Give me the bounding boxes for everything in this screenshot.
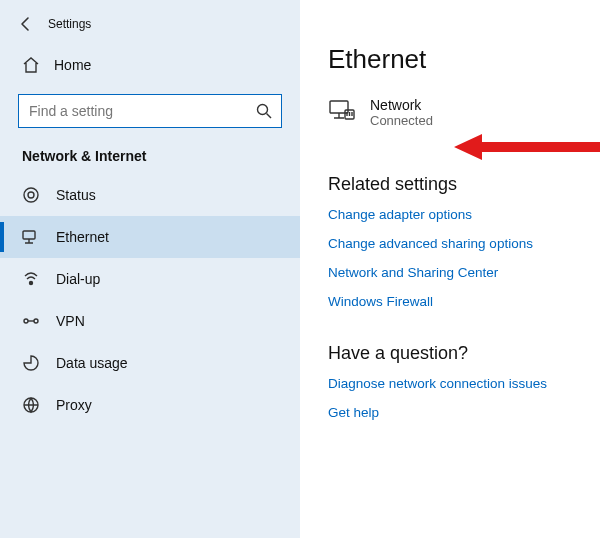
search-input[interactable] bbox=[29, 103, 255, 119]
svg-point-1 bbox=[24, 188, 38, 202]
home-icon bbox=[22, 56, 40, 74]
related-links: Change adapter options Change advanced s… bbox=[328, 207, 572, 309]
network-text: Network Connected bbox=[370, 97, 433, 128]
network-card[interactable]: Network Connected bbox=[328, 97, 572, 128]
nav-list: Status Ethernet Dial-up VPN bbox=[0, 174, 300, 426]
search-icon bbox=[255, 102, 273, 120]
link-adapter-options[interactable]: Change adapter options bbox=[328, 207, 572, 222]
link-advanced-sharing[interactable]: Change advanced sharing options bbox=[328, 236, 572, 251]
nav-item-status[interactable]: Status bbox=[0, 174, 300, 216]
proxy-icon bbox=[22, 396, 40, 414]
link-sharing-center[interactable]: Network and Sharing Center bbox=[328, 265, 572, 280]
network-status: Connected bbox=[370, 113, 433, 128]
page-title: Ethernet bbox=[328, 44, 572, 75]
nav-label: Data usage bbox=[56, 355, 128, 371]
nav-label: VPN bbox=[56, 313, 85, 329]
question-header: Have a question? bbox=[328, 343, 572, 364]
section-header: Network & Internet bbox=[0, 142, 300, 174]
main-pane: Ethernet Network Connected Related setti… bbox=[300, 0, 600, 538]
network-monitor-icon bbox=[328, 97, 356, 125]
svg-point-0 bbox=[258, 105, 268, 115]
nav-item-dialup[interactable]: Dial-up bbox=[0, 258, 300, 300]
svg-point-6 bbox=[34, 319, 38, 323]
window-title: Settings bbox=[48, 17, 91, 31]
settings-window: Settings Home Network & Internet Stat bbox=[0, 0, 600, 538]
nav-label: Ethernet bbox=[56, 229, 109, 245]
sidebar: Settings Home Network & Internet Stat bbox=[0, 0, 300, 538]
svg-point-5 bbox=[24, 319, 28, 323]
dialup-icon bbox=[22, 270, 40, 288]
link-get-help[interactable]: Get help bbox=[328, 405, 572, 420]
back-icon[interactable] bbox=[18, 16, 34, 32]
nav-label: Dial-up bbox=[56, 271, 100, 287]
svg-rect-3 bbox=[23, 231, 35, 239]
status-icon bbox=[22, 186, 40, 204]
home-label: Home bbox=[54, 57, 91, 73]
nav-item-vpn[interactable]: VPN bbox=[0, 300, 300, 342]
link-firewall[interactable]: Windows Firewall bbox=[328, 294, 572, 309]
related-header: Related settings bbox=[328, 174, 572, 195]
nav-label: Status bbox=[56, 187, 96, 203]
network-name: Network bbox=[370, 97, 433, 113]
titlebar: Settings bbox=[0, 12, 300, 46]
nav-label: Proxy bbox=[56, 397, 92, 413]
nav-item-proxy[interactable]: Proxy bbox=[0, 384, 300, 426]
search-container bbox=[0, 84, 300, 142]
link-diagnose[interactable]: Diagnose network connection issues bbox=[328, 376, 572, 391]
ethernet-icon bbox=[22, 228, 40, 246]
home-button[interactable]: Home bbox=[0, 46, 300, 84]
question-links: Diagnose network connection issues Get h… bbox=[328, 376, 572, 420]
nav-item-datausage[interactable]: Data usage bbox=[0, 342, 300, 384]
vpn-icon bbox=[22, 312, 40, 330]
datausage-icon bbox=[22, 354, 40, 372]
nav-item-ethernet[interactable]: Ethernet bbox=[0, 216, 300, 258]
svg-point-2 bbox=[28, 192, 34, 198]
svg-point-4 bbox=[30, 282, 33, 285]
search-field[interactable] bbox=[18, 94, 282, 128]
